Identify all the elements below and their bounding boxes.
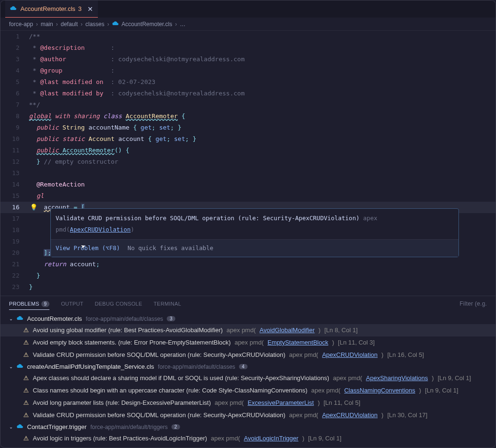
problem-file-name: createAndEmailPdfUsingTemplate_Service.c… bbox=[27, 363, 154, 370]
problem-rule-link[interactable]: AvoidDirectAccessTriggerMap bbox=[348, 446, 430, 447]
problem-source: apex pmd( bbox=[235, 337, 264, 348]
chevron-down-icon: ⌄ bbox=[9, 316, 13, 321]
view-problem-link[interactable]: View Problem (⌥F8) bbox=[56, 243, 120, 254]
problem-location: [Ln 9, Col 1] bbox=[308, 433, 341, 444]
close-icon[interactable]: ✕ bbox=[87, 5, 93, 13]
problem-location: [Ln 8, Col 1] bbox=[324, 325, 358, 336]
problem-text: Avoid long parameter lists (rule: Design… bbox=[33, 398, 211, 408]
warning-icon: ⚠ bbox=[23, 337, 29, 348]
breadcrumb-item[interactable]: default bbox=[61, 21, 78, 28]
warning-icon: ⚠ bbox=[23, 446, 29, 447]
problem-rule-link[interactable]: ClassNamingConventions bbox=[344, 385, 415, 396]
problem-rule-link[interactable]: AvoidLogicInTrigger bbox=[244, 433, 298, 444]
problem-item[interactable]: ⚠Class names should begin with an upperc… bbox=[0, 384, 496, 397]
breadcrumb-item[interactable]: … bbox=[180, 21, 185, 28]
problem-file-count: 3 bbox=[167, 316, 175, 321]
tab-problem-count: 3 bbox=[78, 5, 82, 12]
apex-cloud-icon bbox=[17, 363, 23, 371]
problem-location: [Ln 9, Col 1] bbox=[425, 385, 458, 396]
problem-file-header[interactable]: ⌄AccountRemoter.clsforce-app/main/defaul… bbox=[0, 313, 496, 324]
problem-text: Validate CRUD permission before SOQL/DML… bbox=[33, 350, 286, 360]
no-quick-fix-label: No quick fixes available bbox=[127, 243, 213, 254]
warning-icon: ⚠ bbox=[23, 398, 29, 408]
breadcrumb-item[interactable]: AccountRemoter.cls bbox=[122, 21, 172, 28]
diagnostic-message: Validate CRUD permission before SOQL/DML… bbox=[56, 215, 360, 222]
problem-file-path: force-app/main/default/classes bbox=[86, 316, 163, 322]
problem-location: [Ln 13, Col 9] bbox=[440, 446, 477, 447]
problem-source: apex pmd( bbox=[227, 325, 256, 336]
chevron-down-icon: ⌄ bbox=[9, 364, 13, 369]
warning-icon: ⚠ bbox=[23, 410, 29, 420]
problem-file-name: ContactTrigger.trigger bbox=[27, 423, 86, 430]
breadcrumb-item[interactable]: main bbox=[41, 21, 53, 28]
apex-cloud-icon bbox=[112, 20, 119, 28]
problem-rule-link[interactable]: ApexSharingViolations bbox=[366, 373, 428, 383]
problem-item[interactable]: ⚠Validate CRUD permission before SOQL/DM… bbox=[0, 409, 496, 421]
problem-item[interactable]: ⚠Avoid long parameter lists (rule: Desig… bbox=[0, 397, 496, 409]
problem-location: [Ln 11, Col 3] bbox=[338, 337, 374, 348]
editor-tab[interactable]: AccountRemoter.cls 3 ✕ bbox=[5, 0, 98, 18]
chevron-down-icon: ⌄ bbox=[9, 424, 13, 429]
problem-source: apex pmd( bbox=[289, 410, 318, 420]
problems-list[interactable]: ⌄AccountRemoter.clsforce-app/main/defaul… bbox=[0, 311, 496, 447]
problem-source: apex pmd( bbox=[215, 398, 244, 408]
panel-tab-bar: PROBLEMS9 OUTPUT DEBUG CONSOLE TERMINAL … bbox=[0, 296, 496, 311]
tab-problems[interactable]: PROBLEMS9 bbox=[9, 301, 49, 310]
filter-input[interactable]: Filter (e.g. bbox=[459, 300, 487, 307]
problem-file-header[interactable]: ⌄ContactTrigger.triggerforce-app/main/de… bbox=[0, 421, 496, 432]
problem-text: Avoid using global modifier (rule: Best … bbox=[33, 325, 223, 336]
problem-file-name: AccountRemoter.cls bbox=[27, 315, 82, 322]
problem-rule-link[interactable]: ApexCRUDViolation bbox=[322, 410, 378, 420]
breadcrumb-item[interactable]: classes bbox=[86, 21, 105, 28]
problems-count-badge: 9 bbox=[41, 301, 50, 307]
warning-icon: ⚠ bbox=[23, 350, 29, 360]
problem-source: apex pmd( bbox=[333, 373, 362, 383]
problem-item[interactable]: ⚠Avoid using global modifier (rule: Best… bbox=[0, 324, 496, 336]
problem-text: Avoid empty block statements. (rule: Err… bbox=[33, 337, 231, 348]
problem-source: apex pmd( bbox=[289, 350, 318, 360]
apex-cloud-icon bbox=[10, 5, 17, 13]
problem-item[interactable]: ⚠Avoid logic in triggers (rule: Best Pra… bbox=[0, 432, 496, 445]
problem-rule-link[interactable]: ApexCRUDViolation bbox=[322, 350, 378, 360]
problem-rule-link[interactable]: AvoidGlobalModifier bbox=[259, 325, 315, 336]
warning-icon: ⚠ bbox=[23, 433, 29, 444]
problem-text: Validate CRUD permission before SOQL/DML… bbox=[33, 410, 286, 420]
diagnostic-rule-link[interactable]: ApexCRUDViolation bbox=[70, 226, 131, 233]
breadcrumb[interactable]: force-app› main› default› classes› Accou… bbox=[0, 18, 496, 31]
diagnostic-hover: Validate CRUD permission before SOQL/DML… bbox=[50, 208, 459, 257]
problem-file-path: force-app/main/default/triggers bbox=[90, 424, 168, 430]
apex-cloud-icon bbox=[17, 315, 23, 323]
problem-source: apex pmd( bbox=[315, 446, 344, 447]
code-editor[interactable]: 1/** 2 * @description : 3 * @author : co… bbox=[0, 31, 496, 296]
problem-item[interactable]: ⚠Avoid directly accessing Trigger.old an… bbox=[0, 445, 496, 447]
tab-filename: AccountRemoter.cls bbox=[20, 5, 76, 12]
problem-text: Avoid directly accessing Trigger.old and… bbox=[33, 446, 311, 447]
breadcrumb-item[interactable]: force-app bbox=[9, 21, 33, 28]
warning-icon: ⚠ bbox=[23, 385, 29, 396]
problem-text: Avoid logic in triggers (rule: Best Prac… bbox=[33, 433, 207, 444]
problem-item[interactable]: ⚠Avoid empty block statements. (rule: Er… bbox=[0, 336, 496, 349]
problem-file-path: force-app/main/default/classes bbox=[158, 364, 235, 370]
problem-location: [Ln 16, Col 5] bbox=[387, 350, 424, 360]
problem-location: [Ln 11, Col 5] bbox=[324, 398, 360, 408]
problem-rule-link[interactable]: EmptyStatementBlock bbox=[267, 337, 328, 348]
tab-bar: AccountRemoter.cls 3 ✕ bbox=[0, 0, 496, 18]
problem-text: Apex classes should declare a sharing mo… bbox=[33, 373, 329, 383]
problem-item[interactable]: ⚠Apex classes should declare a sharing m… bbox=[0, 372, 496, 384]
bottom-panel: PROBLEMS9 OUTPUT DEBUG CONSOLE TERMINAL … bbox=[0, 296, 496, 447]
apex-cloud-icon bbox=[17, 423, 23, 431]
problem-file-count: 2 bbox=[172, 424, 180, 429]
problem-text: Class names should begin with an upperca… bbox=[33, 385, 307, 396]
warning-icon: ⚠ bbox=[23, 325, 29, 336]
problem-file-header[interactable]: ⌄createAndEmailPdfUsingTemplate_Service.… bbox=[0, 361, 496, 372]
problem-source: apex pmd( bbox=[311, 385, 340, 396]
tab-output[interactable]: OUTPUT bbox=[61, 301, 83, 307]
problem-location: [Ln 30, Col 17] bbox=[387, 410, 428, 420]
problem-rule-link[interactable]: ExcessiveParameterList bbox=[248, 398, 314, 408]
problem-file-count: 4 bbox=[239, 364, 248, 369]
warning-icon: ⚠ bbox=[23, 373, 29, 383]
problem-item[interactable]: ⚠Validate CRUD permission before SOQL/DM… bbox=[0, 349, 496, 361]
tab-terminal[interactable]: TERMINAL bbox=[153, 301, 181, 307]
tab-debug-console[interactable]: DEBUG CONSOLE bbox=[95, 301, 142, 307]
problem-location: [Ln 9, Col 1] bbox=[438, 373, 471, 383]
